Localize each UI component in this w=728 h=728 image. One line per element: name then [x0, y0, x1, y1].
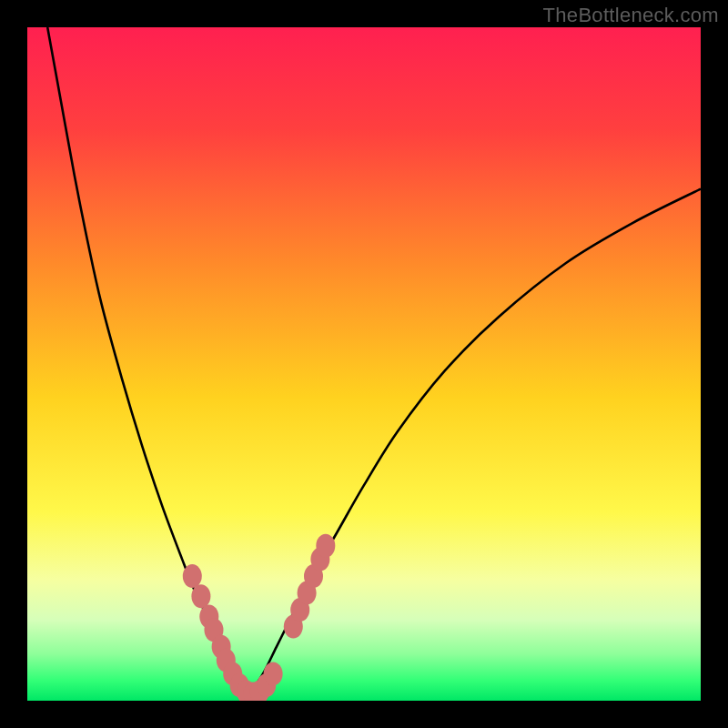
plot-area — [27, 27, 701, 701]
marker-cluster — [183, 534, 336, 701]
marker-dot — [191, 584, 210, 608]
watermark-text: TheBottleneck.com — [543, 4, 719, 27]
chart-curves — [27, 27, 701, 701]
curve-right-branch — [249, 189, 701, 694]
marker-dot — [316, 534, 335, 558]
curve-left-branch — [47, 27, 249, 694]
chart-frame: TheBottleneck.com — [0, 0, 728, 728]
marker-dot — [264, 662, 283, 685]
marker-dot — [183, 564, 202, 588]
